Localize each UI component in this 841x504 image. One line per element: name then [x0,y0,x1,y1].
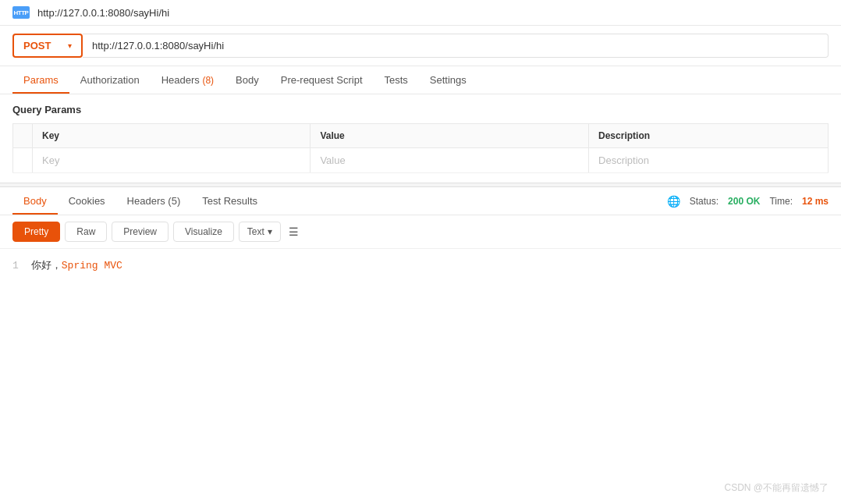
params-table: Key Value Description Key Value Descript… [12,123,829,173]
visualize-button[interactable]: Visualize [173,222,234,242]
tab-body[interactable]: Body [225,66,270,94]
col-desc-header: Description [589,124,829,148]
line-number: 1 [12,260,19,272]
tab-authorization[interactable]: Authorization [69,66,151,94]
raw-button[interactable]: Raw [65,222,107,242]
status-label: Status: [690,196,719,207]
row-checkbox-cell [13,148,33,173]
tab-headers[interactable]: Headers (8) [151,66,225,94]
row-key-cell[interactable]: Key [33,148,310,173]
bottom-tab-headers[interactable]: Headers (5) [116,187,192,215]
tab-params[interactable]: Params [12,66,69,94]
tab-settings[interactable]: Settings [419,66,477,94]
http-icon-label: HTTP [14,9,29,16]
bottom-tabs-bar: Body Cookies Headers (5) Test Results 🌐 … [0,187,841,215]
chevron-down-icon: ▾ [68,41,72,50]
method-label: POST [23,40,51,51]
pretty-button[interactable]: Pretty [12,222,60,242]
bottom-section: Body Cookies Headers (5) Test Results 🌐 … [0,187,841,282]
method-select[interactable]: POST ▾ [12,34,83,58]
response-toolbar: Pretty Raw Preview Visualize Text ▾ ☰ [0,215,841,249]
preview-button[interactable]: Preview [112,222,169,242]
text-format-label: Text [247,226,264,237]
headers-badge: (8) [202,75,214,86]
http-icon: HTTP [12,6,30,19]
request-tabs-bar: Params Authorization Headers (8) Body Pr… [0,66,841,94]
response-line-1: 1 你好，Spring MVC [12,258,829,272]
bottom-tab-body[interactable]: Body [12,187,58,215]
query-params-title: Query Params [12,104,829,115]
bottom-tabs-right: 🌐 Status: 200 OK Time: 12 ms [667,195,829,208]
tab-prerequest[interactable]: Pre-request Script [270,66,374,94]
response-spring-text: Spring MVC [62,260,122,272]
status-value: 200 OK [728,196,760,207]
watermark: CSDN @不能再留遗憾了 [724,481,829,495]
wrap-icon[interactable]: ☰ [289,225,299,238]
params-content: Query Params Key Value Description Key V… [0,94,841,183]
col-key-header: Key [33,124,310,148]
url-input[interactable] [83,34,829,58]
top-bar: HTTP http://127.0.0.1:8080/sayHi/hi [0,0,841,26]
table-header-row: Key Value Description [13,124,829,148]
response-content: 1 你好，Spring MVC [0,249,841,282]
row-desc-cell[interactable]: Description [589,148,829,173]
bottom-tab-cookies[interactable]: Cookies [58,187,116,215]
http-badge: HTTP [12,6,30,19]
top-url: http://127.0.0.1:8080/sayHi/hi [37,7,169,19]
text-format-select[interactable]: Text ▾ [239,222,281,242]
request-bar: POST ▾ [0,26,841,66]
text-format-chevron: ▾ [268,226,272,237]
bottom-tabs-left: Body Cookies Headers (5) Test Results [12,187,268,215]
globe-icon: 🌐 [667,195,680,208]
bottom-tab-test-results[interactable]: Test Results [191,187,268,215]
row-value-cell[interactable]: Value [310,148,589,173]
table-row: Key Value Description [13,148,829,173]
tab-tests[interactable]: Tests [374,66,419,94]
col-checkbox [13,124,33,148]
time-label: Time: [769,196,793,207]
col-value-header: Value [310,124,589,148]
response-text-before: 你好， [31,258,62,272]
time-value: 12 ms [802,196,829,207]
